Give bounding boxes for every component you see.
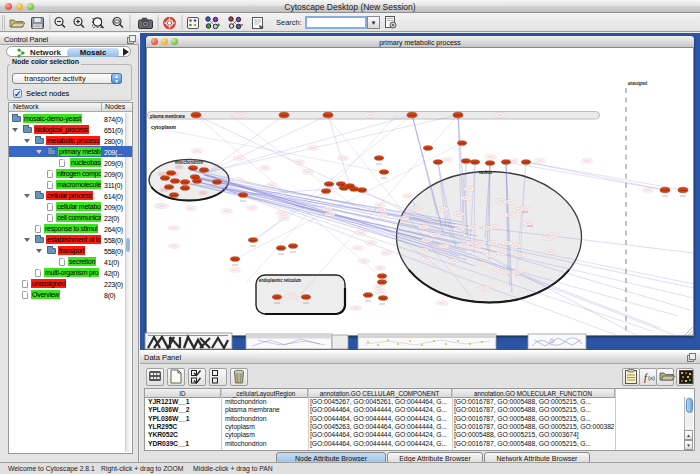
svg-text:mitochondrion: mitochondrion (175, 160, 203, 165)
svg-text:nucleus: nucleus (479, 170, 492, 175)
svg-text:cytoplasm: cytoplasm (151, 125, 176, 130)
svg-text:endoplasmic reticulum: endoplasmic reticulum (259, 278, 301, 283)
svg-text:plasma membrane: plasma membrane (150, 114, 185, 119)
svg-text:unassigned: unassigned (628, 81, 647, 86)
